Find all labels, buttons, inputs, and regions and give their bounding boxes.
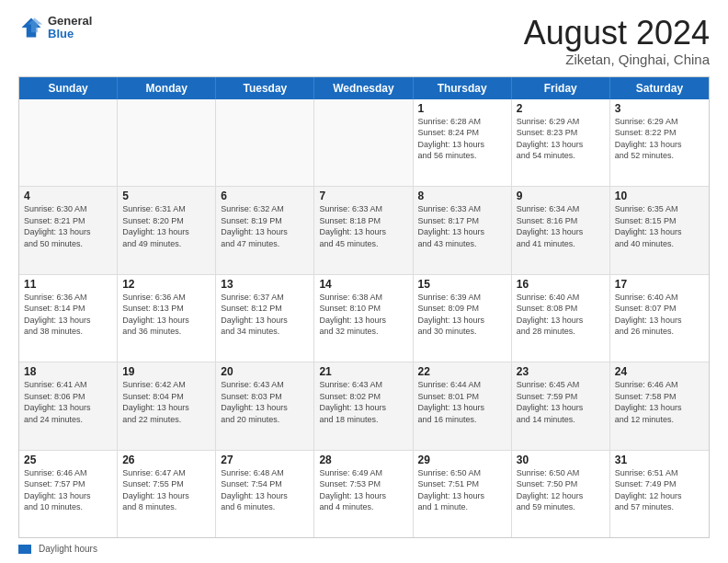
cal-cell: 23Sunrise: 6:45 AM Sunset: 7:59 PM Dayli… [512, 362, 610, 449]
cell-info: Sunrise: 6:48 AM Sunset: 7:54 PM Dayligh… [221, 467, 309, 513]
cal-cell: 26Sunrise: 6:47 AM Sunset: 7:55 PM Dayli… [118, 451, 216, 537]
cell-info: Sunrise: 6:33 AM Sunset: 8:18 PM Dayligh… [319, 203, 407, 249]
cell-info: Sunrise: 6:32 AM Sunset: 8:19 PM Dayligh… [221, 203, 309, 249]
cell-info: Sunrise: 6:41 AM Sunset: 8:06 PM Dayligh… [24, 379, 112, 425]
cell-info: Sunrise: 6:46 AM Sunset: 7:57 PM Dayligh… [24, 467, 112, 513]
logo: General Blue [18, 15, 92, 41]
cal-cell: 6Sunrise: 6:32 AM Sunset: 8:19 PM Daylig… [216, 187, 314, 273]
cal-row-3: 11Sunrise: 6:36 AM Sunset: 8:14 PM Dayli… [19, 275, 709, 362]
day-number: 31 [615, 454, 704, 466]
cal-cell: 27Sunrise: 6:48 AM Sunset: 7:54 PM Dayli… [216, 451, 314, 537]
calendar-header-row: SundayMondayTuesdayWednesdayThursdayFrid… [19, 77, 709, 99]
cell-info: Sunrise: 6:39 AM Sunset: 8:09 PM Dayligh… [418, 292, 506, 338]
calendar: SundayMondayTuesdayWednesdayThursdayFrid… [18, 76, 710, 538]
cal-header-cell-wednesday: Wednesday [314, 77, 413, 99]
cal-cell: 21Sunrise: 6:43 AM Sunset: 8:02 PM Dayli… [314, 362, 413, 449]
cell-info: Sunrise: 6:38 AM Sunset: 8:10 PM Dayligh… [319, 292, 407, 338]
cal-cell: 20Sunrise: 6:43 AM Sunset: 8:03 PM Dayli… [216, 362, 314, 449]
cell-info: Sunrise: 6:45 AM Sunset: 7:59 PM Dayligh… [517, 379, 605, 425]
cal-header-cell-saturday: Saturday [610, 77, 709, 99]
cal-cell: 30Sunrise: 6:50 AM Sunset: 7:50 PM Dayli… [512, 451, 610, 537]
day-number: 21 [319, 365, 407, 378]
footer: Daylight hours [18, 544, 710, 554]
cal-cell: 11Sunrise: 6:36 AM Sunset: 8:14 PM Dayli… [19, 275, 118, 362]
day-number: 11 [24, 278, 112, 291]
cell-info: Sunrise: 6:50 AM Sunset: 7:50 PM Dayligh… [517, 467, 605, 513]
cell-info: Sunrise: 6:40 AM Sunset: 8:08 PM Dayligh… [517, 292, 605, 338]
day-number: 30 [517, 454, 605, 466]
cal-cell: 2Sunrise: 6:29 AM Sunset: 8:23 PM Daylig… [512, 99, 610, 186]
day-number: 23 [517, 365, 605, 378]
cal-cell: 14Sunrise: 6:38 AM Sunset: 8:10 PM Dayli… [314, 275, 413, 362]
cal-header-cell-monday: Monday [118, 77, 216, 99]
cell-info: Sunrise: 6:36 AM Sunset: 8:14 PM Dayligh… [24, 292, 112, 338]
day-number: 9 [517, 190, 605, 202]
cell-info: Sunrise: 6:46 AM Sunset: 7:58 PM Dayligh… [615, 379, 704, 425]
cal-cell: 19Sunrise: 6:42 AM Sunset: 8:04 PM Dayli… [118, 362, 216, 449]
cal-cell: 31Sunrise: 6:51 AM Sunset: 7:49 PM Dayli… [610, 451, 709, 537]
cal-cell: 5Sunrise: 6:31 AM Sunset: 8:20 PM Daylig… [118, 187, 216, 273]
day-number: 5 [122, 190, 210, 202]
logo-general: General [48, 15, 92, 28]
cal-cell: 12Sunrise: 6:36 AM Sunset: 8:13 PM Dayli… [118, 275, 216, 362]
cal-cell: 1Sunrise: 6:28 AM Sunset: 8:24 PM Daylig… [414, 99, 512, 186]
cal-header-cell-thursday: Thursday [414, 77, 512, 99]
cell-info: Sunrise: 6:43 AM Sunset: 8:03 PM Dayligh… [221, 379, 309, 425]
day-number: 22 [418, 365, 506, 378]
day-number: 3 [615, 102, 704, 115]
day-number: 7 [319, 190, 407, 202]
cal-cell: 17Sunrise: 6:40 AM Sunset: 8:07 PM Dayli… [610, 275, 709, 362]
day-number: 8 [418, 190, 506, 202]
cell-info: Sunrise: 6:44 AM Sunset: 8:01 PM Dayligh… [418, 379, 506, 425]
cal-row-4: 18Sunrise: 6:41 AM Sunset: 8:06 PM Dayli… [19, 362, 709, 450]
cell-info: Sunrise: 6:28 AM Sunset: 8:24 PM Dayligh… [418, 116, 506, 162]
title-location: Ziketan, Qinghai, China [524, 52, 710, 67]
cal-cell: 8Sunrise: 6:33 AM Sunset: 8:17 PM Daylig… [414, 187, 512, 273]
logo-blue: Blue [48, 28, 92, 40]
day-number: 13 [221, 278, 309, 291]
calendar-body: 1Sunrise: 6:28 AM Sunset: 8:24 PM Daylig… [19, 99, 709, 537]
day-number: 1 [418, 102, 506, 115]
day-number: 10 [615, 190, 704, 202]
cal-cell: 28Sunrise: 6:49 AM Sunset: 7:53 PM Dayli… [314, 451, 413, 537]
day-number: 4 [24, 190, 112, 202]
cell-info: Sunrise: 6:33 AM Sunset: 8:17 PM Dayligh… [418, 203, 506, 249]
cell-info: Sunrise: 6:40 AM Sunset: 8:07 PM Dayligh… [615, 292, 704, 338]
day-number: 29 [418, 454, 506, 466]
cell-info: Sunrise: 6:29 AM Sunset: 8:22 PM Dayligh… [615, 116, 704, 162]
logo-text: General Blue [48, 15, 92, 41]
cell-info: Sunrise: 6:37 AM Sunset: 8:12 PM Dayligh… [221, 292, 309, 338]
cal-cell [19, 99, 118, 186]
day-number: 2 [517, 102, 605, 115]
cell-info: Sunrise: 6:30 AM Sunset: 8:21 PM Dayligh… [24, 203, 112, 249]
cell-info: Sunrise: 6:50 AM Sunset: 7:51 PM Dayligh… [418, 467, 506, 513]
cal-cell: 24Sunrise: 6:46 AM Sunset: 7:58 PM Dayli… [610, 362, 709, 449]
cell-info: Sunrise: 6:34 AM Sunset: 8:16 PM Dayligh… [517, 203, 605, 249]
cell-info: Sunrise: 6:35 AM Sunset: 8:15 PM Dayligh… [615, 203, 704, 249]
header: General Blue August 2024 Ziketan, Qingha… [18, 15, 710, 67]
cal-cell: 18Sunrise: 6:41 AM Sunset: 8:06 PM Dayli… [19, 362, 118, 449]
cal-cell: 15Sunrise: 6:39 AM Sunset: 8:09 PM Dayli… [414, 275, 512, 362]
cal-header-cell-sunday: Sunday [19, 77, 118, 99]
cal-header-cell-friday: Friday [512, 77, 610, 99]
cal-cell: 9Sunrise: 6:34 AM Sunset: 8:16 PM Daylig… [512, 187, 610, 273]
day-number: 19 [122, 365, 210, 378]
title-block: August 2024 Ziketan, Qinghai, China [524, 15, 710, 67]
day-number: 26 [122, 454, 210, 466]
cell-info: Sunrise: 6:42 AM Sunset: 8:04 PM Dayligh… [122, 379, 210, 425]
day-number: 15 [418, 278, 506, 291]
cell-info: Sunrise: 6:31 AM Sunset: 8:20 PM Dayligh… [122, 203, 210, 249]
day-number: 28 [319, 454, 407, 466]
day-number: 12 [122, 278, 210, 291]
cell-info: Sunrise: 6:36 AM Sunset: 8:13 PM Dayligh… [122, 292, 210, 338]
cell-info: Sunrise: 6:43 AM Sunset: 8:02 PM Dayligh… [319, 379, 407, 425]
cal-cell [216, 99, 314, 186]
cell-info: Sunrise: 6:29 AM Sunset: 8:23 PM Dayligh… [517, 116, 605, 162]
cell-info: Sunrise: 6:51 AM Sunset: 7:49 PM Dayligh… [615, 467, 704, 513]
cal-row-5: 25Sunrise: 6:46 AM Sunset: 7:57 PM Dayli… [19, 451, 709, 537]
cal-cell: 22Sunrise: 6:44 AM Sunset: 8:01 PM Dayli… [414, 362, 512, 449]
day-number: 14 [319, 278, 407, 291]
cal-header-cell-tuesday: Tuesday [216, 77, 314, 99]
daylight-swatch [18, 545, 31, 554]
cal-row-1: 1Sunrise: 6:28 AM Sunset: 8:24 PM Daylig… [19, 99, 709, 187]
